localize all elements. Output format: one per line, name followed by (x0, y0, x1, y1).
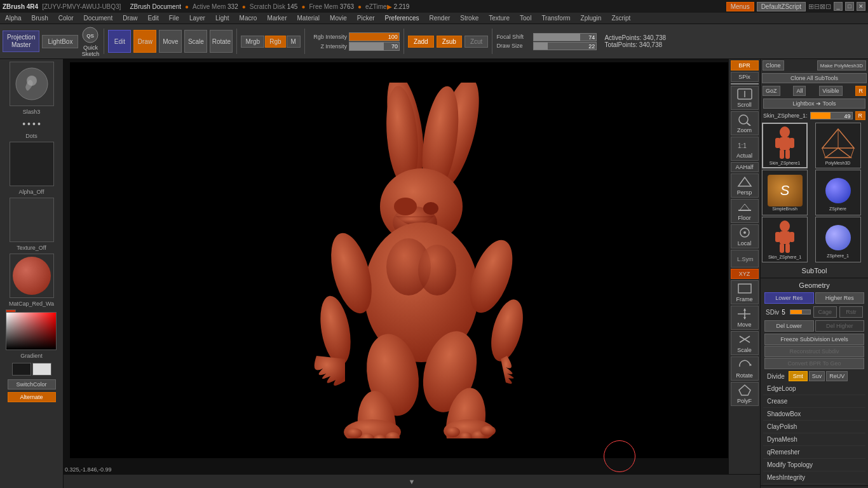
quick-sketch-button[interactable]: QS Quick Sketch (81, 25, 100, 57)
sdiv-slider[interactable] (790, 309, 811, 315)
clone-button[interactable]: Clone (763, 60, 784, 71)
edit-button[interactable]: Edit (108, 30, 131, 53)
xyz-button[interactable]: XYZ (731, 269, 759, 279)
edge-loop-button[interactable]: EdgeLoop (763, 383, 865, 395)
clone-all-subtools-button[interactable]: Clone All SubTools (762, 73, 867, 83)
color-picker-area[interactable] (6, 309, 58, 350)
zsub-button[interactable]: Zsub (437, 36, 462, 48)
del-higher-button[interactable]: Del Higher (815, 320, 865, 332)
persp-button[interactable]: Persp (731, 173, 759, 198)
mrgb-button[interactable]: Mrgb (241, 36, 264, 48)
menu-draw[interactable]: Draw (120, 13, 140, 23)
menu-movie[interactable]: Movie (327, 13, 349, 23)
move-tool-button[interactable]: Move (731, 306, 759, 330)
reuv-button[interactable]: ReUV (826, 371, 848, 381)
menu-picker[interactable]: Picker (355, 13, 377, 23)
menu-zscript[interactable]: Zscript (609, 13, 633, 23)
menu-marker[interactable]: Marker (264, 13, 289, 23)
smt-button[interactable]: Smt (789, 371, 808, 381)
projection-master-button[interactable]: Projection Master (3, 30, 39, 52)
geometry-title[interactable]: Geometry (763, 280, 865, 291)
actual-button[interactable]: 1:1 Actual (731, 137, 759, 161)
higher-res-button[interactable]: Higher Res (815, 292, 865, 304)
z-intensity-slider[interactable]: 70 (349, 42, 400, 51)
menu-render[interactable]: Render (427, 13, 453, 23)
simple-brush-thumb[interactable]: S SimpleBrush (762, 170, 808, 215)
title-bar-right[interactable]: Menus DefaultZScript ⊞⊟⊠⊡ _ □ ✕ (726, 2, 865, 11)
skin-zsphere-slider[interactable]: 49 (810, 112, 853, 119)
rgb-intensity-slider[interactable]: 100 (349, 32, 400, 41)
cage-button[interactable]: Cage (813, 306, 837, 318)
reconstruct-subdiv-button[interactable]: Reconstruct Subdiv (764, 346, 864, 357)
scroll-button[interactable]: Scroll (731, 86, 759, 110)
bottom-arrow[interactable]: ▼ (409, 478, 416, 485)
m-button[interactable]: M (287, 36, 301, 48)
menu-transform[interactable]: Transform (539, 13, 573, 23)
menu-file[interactable]: File (166, 13, 182, 23)
crease-button[interactable]: Crease (763, 395, 865, 408)
close-button[interactable]: ✕ (857, 2, 865, 11)
menu-color[interactable]: Color (56, 13, 76, 23)
draw-button[interactable]: Draw (133, 30, 156, 53)
shadow-box-button[interactable]: ShadowBox (763, 408, 865, 421)
menu-preferences[interactable]: Preferences (383, 13, 422, 23)
switch-color-button[interactable]: SwitchColor (8, 379, 56, 390)
rstr-button[interactable]: Rstr (839, 306, 863, 318)
modify-topology-button[interactable]: Modify Topology (763, 459, 865, 471)
scale-button[interactable]: Scale (184, 30, 207, 53)
lsym-button[interactable]: L.Sym (731, 250, 759, 268)
maximize-button[interactable]: □ (845, 2, 854, 11)
polymesh3d-thumb[interactable]: PolyMesh3D (815, 123, 861, 168)
del-lower-button[interactable]: Del Lower (764, 320, 814, 332)
subtool-title[interactable]: SubTool (763, 265, 865, 276)
local-button[interactable]: Local (731, 224, 759, 248)
polyf-button[interactable]: PolyF (731, 382, 759, 406)
menu-stroke[interactable]: Stroke (458, 13, 481, 23)
spix-slider[interactable] (731, 83, 759, 85)
texture-thumb[interactable] (10, 198, 54, 242)
zsphere-thumb[interactable]: ZSphere (815, 170, 861, 215)
canvas-area[interactable]: 0.325,-1.846,-0.99 (64, 59, 760, 474)
minimize-button[interactable]: _ (834, 2, 843, 11)
menu-tool[interactable]: Tool (517, 13, 534, 23)
skin-zsphere-r-button[interactable]: R (855, 111, 866, 120)
menu-material[interactable]: Material (295, 13, 323, 23)
zoom-button[interactable]: Zoom (731, 111, 759, 135)
gradient-dark-swatch[interactable] (12, 363, 31, 376)
menu-edit[interactable]: Edit (146, 13, 161, 23)
focal-shift-slider[interactable]: 74 (533, 33, 597, 41)
brush-thumb[interactable] (10, 62, 54, 106)
gradient-light-swatch[interactable] (32, 363, 51, 376)
skin-zsphere1-thumb[interactable]: Skin_ZSphere1 (762, 123, 808, 168)
alternate-button[interactable]: Alternate (8, 392, 56, 402)
menu-zplugin[interactable]: Zplugin (578, 13, 604, 23)
matcap-thumb[interactable] (10, 254, 54, 298)
menu-brush[interactable]: Brush (29, 13, 51, 23)
rotate-tool-button[interactable]: Rotate (731, 356, 759, 381)
goz-button[interactable]: GoZ (763, 86, 780, 96)
skin-zsphere1b-thumb[interactable]: Skin_ZSphere_1 (762, 217, 808, 262)
scale-tool-button[interactable]: Scale (731, 331, 759, 355)
convert-bpr-button[interactable]: Convert BPR To Geo (764, 358, 864, 369)
make-polymesh-button[interactable]: Make PolyMesh3D (817, 60, 866, 71)
rotate-button[interactable]: Rotate (210, 30, 233, 53)
zsphere1-thumb[interactable]: ZSphere_1 (815, 217, 861, 262)
lower-res-button[interactable]: Lower Res (764, 292, 814, 304)
menu-macro[interactable]: Macro (237, 13, 260, 23)
lightbox-button[interactable]: LightBox (42, 35, 78, 48)
aahalf-button[interactable]: AAHalf (731, 162, 759, 172)
freeze-subdiv-button[interactable]: Freeze SubDivision Levels (764, 334, 864, 345)
floor-button[interactable]: Floor (731, 199, 759, 223)
menus-button[interactable]: Menus (726, 2, 754, 11)
zcut-button[interactable]: Zcut (465, 36, 488, 48)
menu-texture[interactable]: Texture (486, 13, 512, 23)
bpr-button[interactable]: BPR (731, 60, 759, 71)
suv-button[interactable]: Suv (809, 371, 825, 381)
default-zscript-button[interactable]: DefaultZScript (757, 2, 806, 11)
menu-layer[interactable]: Layer (187, 13, 208, 23)
lightbox-tools-button[interactable]: Lightbox ➔ Tools (763, 98, 865, 109)
dyna-mesh-button[interactable]: DynaMesh (763, 433, 865, 446)
qremesher-button[interactable]: qRemesher (763, 446, 865, 459)
alpha-thumb[interactable] (10, 142, 54, 186)
clay-polish-button[interactable]: ClayPolish (763, 421, 865, 433)
